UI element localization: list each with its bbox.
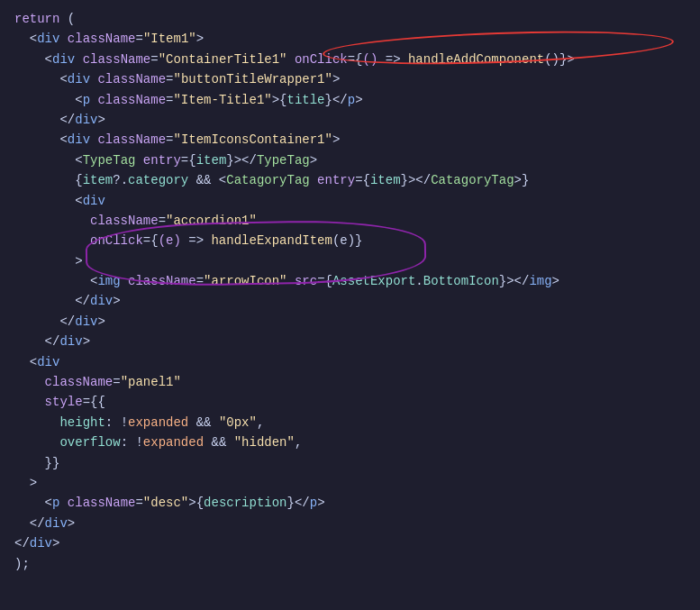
code-line: height: !expanded && "0px", <box>14 413 686 432</box>
code-line: {item?.category && <CatagoryTag entry={i… <box>14 170 686 190</box>
code-line: className="panel1" <box>14 372 686 392</box>
code-line: <p className="Item-Title1">{title}</p> <box>14 90 686 110</box>
code-line: overflow: !expanded && "hidden", <box>14 432 686 452</box>
code-line: > <box>14 473 686 493</box>
code-line: </div> <box>14 533 686 553</box>
code-line: className="accordion1" <box>14 211 686 231</box>
code-line: </div> <box>14 291 686 311</box>
code-line: </div> <box>14 110 686 130</box>
code-line: </div> <box>14 332 686 351</box>
code-line: style={{ <box>14 392 686 412</box>
code-line: <div <box>14 352 686 372</box>
code-line: </div> <box>14 312 686 332</box>
code-editor: return ( <div className="Item1"> <div cl… <box>0 0 700 583</box>
code-line: }} <box>14 453 686 473</box>
code-line: return ( <box>14 9 686 29</box>
code-line: <div className="ItemIconsContainer1"> <box>14 130 686 150</box>
code-line: <img className="arrowIcon" src={AssetExp… <box>14 271 686 291</box>
code-line: <div className="buttonTitleWrapper1"> <box>14 69 686 89</box>
code-line: onClick={(e) => handleExpandItem(e)} <box>14 231 686 250</box>
code-line: <TypeTag entry={item}></TypeTag> <box>14 150 686 170</box>
code-line: <div <box>14 191 686 211</box>
code-line: <p className="desc">{description}</p> <box>14 493 686 513</box>
code-line: ); <box>14 554 686 574</box>
code-line: > <box>14 251 686 271</box>
code-line: <div className="ContainerTitle1" onClick… <box>14 50 686 69</box>
code-line: </div> <box>14 514 686 533</box>
code-line: <div className="Item1"> <box>14 29 686 49</box>
